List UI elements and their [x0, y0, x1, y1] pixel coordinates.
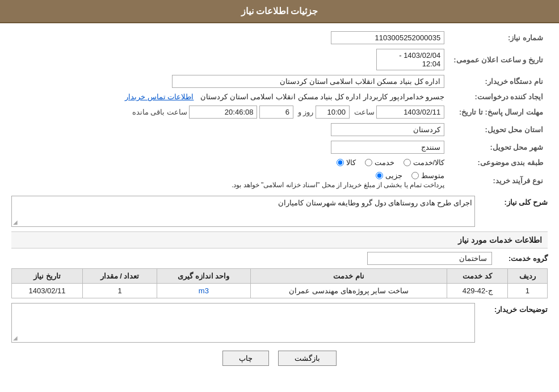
- contact-link[interactable]: اطلاعات تماس خریدار: [125, 92, 194, 101]
- group-value: ساختمان: [367, 252, 492, 265]
- table-row: 1 ج-42-429 ساخت سایر پروژه‌های مهندسی عم…: [12, 284, 548, 298]
- deadline-remaining: 20:46:08: [189, 106, 257, 119]
- creator-label: ایجاد کننده درخواست:: [449, 90, 548, 103]
- announce-date-value: 1403/02/04 - 12:04: [376, 49, 444, 70]
- row-deadline: مهلت ارسال پاسخ: تا تاریخ: 1403/02/11 سا…: [11, 103, 548, 121]
- deadline-days: 6: [259, 106, 293, 119]
- row-creator: ایجاد کننده درخواست: جسرو خدامرادپور کار…: [11, 90, 548, 103]
- page-header: جزئیات اطلاعات نیاز: [0, 0, 559, 23]
- category-kala-khedmat-label: کالا/خدمت: [413, 158, 445, 167]
- category-kala-khedmat-radio[interactable]: [404, 159, 411, 166]
- row-city: شهر محل تحویل: سنندج: [11, 138, 548, 156]
- row-request-number: شماره نیاز: 1103005252000035: [11, 29, 548, 47]
- category-khedmat-radio[interactable]: [365, 159, 372, 166]
- category-kala-radio[interactable]: [337, 159, 344, 166]
- process-motavaset-label: متوسط: [421, 171, 444, 180]
- request-number-value: 1103005252000035: [331, 31, 444, 44]
- cell-radif: 1: [507, 284, 547, 298]
- deadline-remaining-label: ساعت باقی مانده: [132, 108, 187, 116]
- category-kala-item: کالا: [337, 158, 356, 167]
- buyer-org-value: اداره کل بنیاد مسکن انقلاب اسلامی استان …: [172, 75, 444, 88]
- row-announce-date: تاریخ و ساعت اعلان عمومی: 1403/02/04 - 1…: [11, 47, 548, 73]
- page-wrapper: جزئیات اطلاعات نیاز شماره نیاز: 11030052…: [0, 0, 559, 392]
- deadline-time-label: ساعت: [354, 108, 375, 116]
- col-count: تعداد / مقدار: [83, 269, 157, 284]
- notes-resize-icon: ◢: [13, 335, 18, 341]
- row-province: استان محل تحویل: کردستان: [11, 121, 548, 138]
- deadline-label: مهلت ارسال پاسخ: تا تاریخ:: [449, 103, 548, 121]
- category-kala-khedmat-item: کالا/خدمت: [404, 158, 445, 167]
- request-number-label: شماره نیاز:: [449, 29, 548, 47]
- buyer-org-label: نام دستگاه خریدار:: [449, 73, 548, 90]
- resize-icon: ◢: [13, 219, 18, 225]
- province-value: کردستان: [331, 123, 444, 136]
- buyer-notes-row: توضیحات خریدار: ◢: [11, 303, 548, 343]
- back-button[interactable]: بازگشت: [278, 351, 337, 366]
- process-notice: پرداخت تمام یا بخشی از مبلغ خریدار از مح…: [16, 181, 444, 189]
- cell-count: 1: [83, 284, 157, 298]
- process-label: نوع فرآیند خرید:: [449, 169, 548, 192]
- process-motavaset-item: متوسط: [411, 171, 444, 180]
- description-section: شرح کلی نیاز: اجرای طرح هادی روستاهای دو…: [11, 196, 548, 227]
- process-radio-group: متوسط جزیی: [16, 171, 444, 180]
- process-jozei-radio[interactable]: [376, 172, 383, 179]
- print-button[interactable]: چاپ: [222, 351, 269, 366]
- col-radif: ردیف: [507, 269, 547, 284]
- cell-date: 1403/02/11: [12, 284, 83, 298]
- buyer-notes-label: توضیحات خریدار:: [480, 303, 548, 314]
- services-section-title: اطلاعات خدمات مورد نیاز: [11, 231, 548, 248]
- row-buyer-org: نام دستگاه خریدار: اداره کل بنیاد مسکن ا…: [11, 73, 548, 90]
- services-table: ردیف کد خدمت نام خدمت واحد اندازه گیری ت…: [11, 268, 548, 298]
- description-value: اجرای طرح هادی روستاهای دول گرو وطایفه ش…: [278, 199, 472, 207]
- cell-unit: m3: [157, 284, 250, 298]
- deadline-date: 1403/02/11: [376, 106, 444, 119]
- services-table-wrapper: ردیف کد خدمت نام خدمت واحد اندازه گیری ت…: [11, 268, 548, 298]
- row-category: طبقه بندی موضوعی: کالا/خدمت خدمت کالا: [11, 156, 548, 169]
- cell-code: ج-42-429: [447, 284, 507, 298]
- creator-value: جسرو خدامرادپور کاربردار اداره کل بنیاد …: [200, 92, 444, 101]
- description-box: اجرای طرح هادی روستاهای دول گرو وطایفه ش…: [11, 196, 475, 227]
- category-radio-group: کالا/خدمت خدمت کالا: [16, 158, 444, 167]
- category-kala-label: کالا: [346, 158, 356, 167]
- col-code: کد خدمت: [447, 269, 507, 284]
- process-jozei-label: جزیی: [385, 171, 402, 180]
- process-jozei-item: جزیی: [376, 171, 402, 180]
- col-date: تاریخ نیاز: [12, 269, 83, 284]
- info-table: شماره نیاز: 1103005252000035 تاریخ و ساع…: [11, 29, 548, 192]
- deadline-time: 10:00: [316, 106, 350, 119]
- col-name: نام خدمت: [250, 269, 447, 284]
- table-body: 1 ج-42-429 ساخت سایر پروژه‌های مهندسی عم…: [12, 284, 548, 298]
- deadline-days-label: روز و: [298, 108, 314, 116]
- buttons-row: بازگشت چاپ: [11, 351, 548, 366]
- buyer-notes-box: ◢: [11, 303, 475, 343]
- col-unit: واحد اندازه گیری: [157, 269, 250, 284]
- page-title: جزئیات اطلاعات نیاز: [241, 6, 318, 16]
- process-motavaset-radio[interactable]: [411, 172, 419, 179]
- announce-date-label: تاریخ و ساعت اعلان عمومی:: [449, 47, 548, 73]
- category-khedmat-label: خدمت: [375, 158, 394, 167]
- description-section-title: شرح کلی نیاز:: [480, 196, 548, 206]
- cell-name: ساخت سایر پروژه‌های مهندسی عمران: [250, 284, 447, 298]
- category-label: طبقه بندی موضوعی:: [449, 156, 548, 169]
- table-head: ردیف کد خدمت نام خدمت واحد اندازه گیری ت…: [12, 269, 548, 284]
- main-content: شماره نیاز: 1103005252000035 تاریخ و ساع…: [0, 23, 559, 377]
- province-label: استان محل تحویل:: [449, 121, 548, 138]
- group-label: گروه خدمت:: [497, 254, 548, 263]
- category-khedmat-item: خدمت: [365, 158, 394, 167]
- row-process: نوع فرآیند خرید: متوسط جزیی پرداخت تمام …: [11, 169, 548, 192]
- city-value: سنندج: [331, 141, 444, 154]
- city-label: شهر محل تحویل:: [449, 138, 548, 156]
- group-row: گروه خدمت: ساختمان: [11, 252, 548, 265]
- table-header-row: ردیف کد خدمت نام خدمت واحد اندازه گیری ت…: [12, 269, 548, 284]
